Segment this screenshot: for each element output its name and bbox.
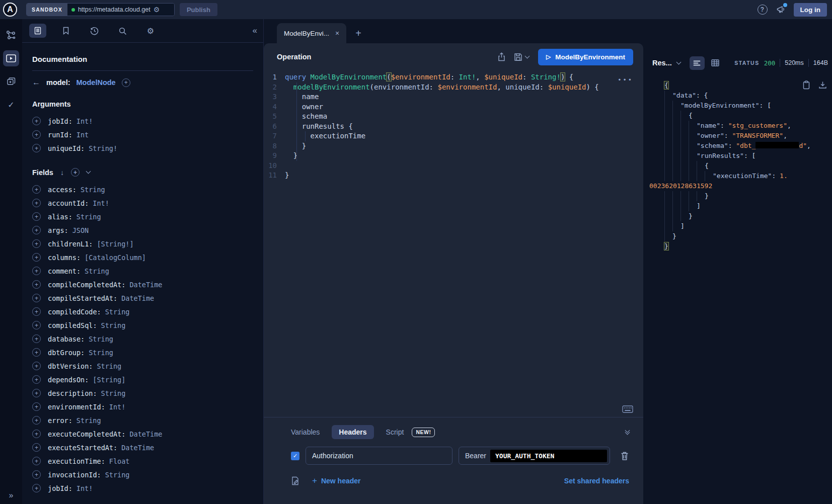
settings-tab-icon[interactable]: ⚙ [142,24,159,38]
field-type[interactable]: String [105,471,130,479]
collapse-panel-icon[interactable] [626,431,629,434]
endpoint-url[interactable]: https://metadata.cloud.get [78,6,150,13]
sort-fields-icon[interactable]: ↓ [60,169,64,177]
field-type[interactable]: String [101,389,126,397]
tab-modelbyenvironment[interactable]: ModelByEnvi... × [277,23,346,43]
set-shared-headers-button[interactable]: Set shared headers [564,477,629,485]
field-type[interactable]: DateTime [129,430,162,438]
field-type[interactable]: String [77,416,101,425]
field-type[interactable]: String [101,321,126,329]
field-type[interactable]: String [81,186,105,194]
add-field-icon[interactable]: + [32,457,41,465]
download-response-icon[interactable] [818,80,827,90]
field-type[interactable]: JSON [72,226,89,234]
field-type[interactable]: DateTime [121,444,154,452]
field-type[interactable]: String [89,349,113,357]
back-arrow-icon[interactable]: ← [32,78,40,87]
add-field-icon[interactable]: + [32,267,41,275]
field-type[interactable]: String [85,267,109,275]
add-field-icon[interactable]: + [32,294,41,302]
endpoint-settings-gear-icon[interactable]: ⚙ [154,6,160,13]
add-field-icon[interactable]: + [32,402,41,411]
edit-as-text-icon[interactable] [291,476,300,485]
add-field-icon[interactable]: + [32,470,41,479]
add-field-icon[interactable]: + [32,416,41,425]
raw-view-toggle-icon[interactable] [690,56,705,70]
add-all-fields-icon[interactable]: + [71,168,80,177]
help-icon[interactable]: ? [758,5,768,15]
graphql-editor[interactable]: 1query ModelByEnvironment($environmentId… [264,70,643,417]
field-type[interactable]: [String!] [97,240,133,248]
share-operation-icon[interactable] [497,52,506,61]
delete-header-icon[interactable] [620,451,629,461]
field-type[interactable]: String [105,308,130,316]
add-field-icon[interactable]: + [32,199,41,207]
add-model-icon[interactable]: + [122,78,130,87]
field-type[interactable]: [String] [93,376,125,384]
run-operation-button[interactable]: ▷ ModelByEnvironment [538,49,633,65]
field-type[interactable]: Int! [77,484,93,492]
add-field-icon[interactable]: + [32,239,41,248]
response-dropdown-chevron-icon[interactable] [676,59,681,64]
endpoint-url-field[interactable]: https://metadata.cloud.get ⚙ [67,4,174,16]
announcements-icon[interactable] [776,5,786,15]
new-tab-icon[interactable]: + [355,28,361,43]
header-enabled-checkbox[interactable]: ✓ [291,452,299,460]
add-field-icon[interactable]: + [32,430,41,438]
endpoint-address-bar[interactable]: SANDBOX https://metadata.cloud.get ⚙ [26,3,175,16]
breadcrumb-type-link[interactable]: ModelNode [77,78,116,87]
add-field-icon[interactable]: + [32,484,41,492]
expand-rail-icon[interactable]: » [9,491,14,500]
search-tab-icon[interactable] [114,24,131,38]
response-body[interactable]: {"data": {"modelByEnvironment": [{"name"… [649,80,828,251]
add-field-icon[interactable]: + [32,117,41,125]
field-type[interactable]: String! [89,144,117,152]
add-field-icon[interactable]: + [32,375,41,384]
field-type[interactable]: String [77,213,101,221]
editor-menu-icon[interactable]: ••• [618,75,633,86]
auth-token-value[interactable]: YOUR_AUTH_TOKEN [490,450,607,462]
table-view-toggle-icon[interactable] [708,56,723,70]
header-key-input[interactable] [306,447,452,465]
add-field-icon[interactable]: + [32,185,41,194]
field-type[interactable]: DateTime [121,294,154,302]
history-tab-icon[interactable] [86,24,103,38]
tab-variables[interactable]: Variables [291,428,320,436]
field-type[interactable]: Int [77,131,89,139]
field-type[interactable]: String [97,362,121,370]
field-type[interactable]: String [89,335,113,343]
add-field-icon[interactable]: + [32,321,41,329]
tab-headers[interactable]: Headers [332,425,373,439]
copy-response-icon[interactable] [802,80,810,90]
add-field-icon[interactable]: + [32,130,41,139]
bookmarks-tab-icon[interactable] [57,24,74,38]
new-header-button[interactable]: + New header [312,476,361,486]
save-dropdown-chevron-icon[interactable] [525,53,530,58]
header-value-input[interactable]: Bearer YOUR_AUTH_TOKEN [459,447,610,465]
collapse-docs-icon[interactable]: « [253,26,257,36]
field-type[interactable]: Int! [109,403,126,411]
checks-icon[interactable]: ✓ [3,97,19,113]
field-type[interactable]: Float [109,457,130,465]
add-field-icon[interactable]: + [32,144,41,152]
login-button[interactable]: Log in [794,3,827,17]
documentation-tab-icon[interactable] [29,24,46,38]
add-field-icon[interactable]: + [32,362,41,370]
field-type[interactable]: DateTime [129,281,162,289]
add-field-icon[interactable]: + [32,348,41,357]
schema-graph-icon[interactable] [3,27,19,43]
keyboard-shortcuts-icon[interactable] [622,405,633,413]
add-field-icon[interactable]: + [32,253,41,262]
sandbox-collection-icon[interactable] [3,73,19,90]
add-field-icon[interactable]: + [32,212,41,221]
field-type[interactable]: Int! [77,117,93,125]
tab-script[interactable]: Script [386,428,404,436]
add-field-icon[interactable]: + [32,334,41,343]
add-field-icon[interactable]: + [32,443,41,452]
publish-button[interactable]: Publish [180,3,217,16]
add-field-icon[interactable]: + [32,389,41,397]
field-type[interactable]: Int! [93,199,109,207]
close-tab-icon[interactable]: × [335,29,339,37]
add-field-icon[interactable]: + [32,280,41,289]
add-field-icon[interactable]: + [32,226,41,234]
